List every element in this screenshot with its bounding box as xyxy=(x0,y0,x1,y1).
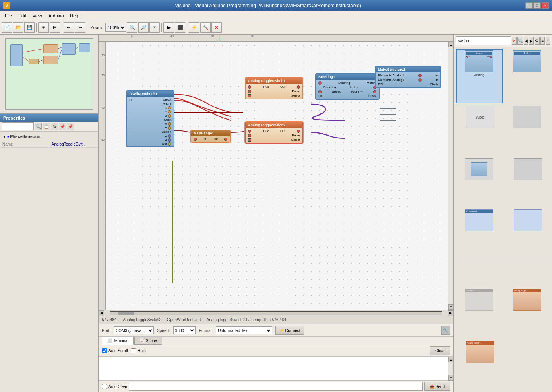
toolbar-error[interactable]: ✕ xyxy=(211,22,222,33)
hold-checkbox[interactable] xyxy=(131,348,136,353)
toolbar-upload[interactable]: ⚡ xyxy=(189,22,199,33)
toolbar-layout[interactable]: ⊟ xyxy=(50,22,60,33)
maprange1-node[interactable]: MapRange1 In Out xyxy=(190,130,231,143)
component-item-gray1[interactable]: Disabled xyxy=(456,287,503,338)
angle-y-pin[interactable] xyxy=(168,110,171,113)
component-item-analog-selected[interactable]: Analog A Out Analog xyxy=(456,49,503,103)
send-button[interactable]: 📤 Send xyxy=(424,382,450,391)
port-select[interactable]: COM3 (Unava... xyxy=(114,326,154,334)
props-icon-2[interactable]: 📋 xyxy=(43,123,50,130)
vscroll-track[interactable] xyxy=(448,47,453,304)
toolbar-new[interactable]: 📄 xyxy=(2,22,12,33)
toolbar-zoom-out[interactable]: 🔎 xyxy=(138,22,149,33)
makestructure1-in1-pin[interactable] xyxy=(418,74,422,77)
button-z-pin[interactable] xyxy=(168,138,171,142)
toggle2-select-pin-in[interactable] xyxy=(248,138,251,142)
props-icon-4[interactable]: 📌 xyxy=(59,123,66,130)
menu-file[interactable]: File xyxy=(2,12,15,19)
connect-button[interactable]: ⚡ Connect xyxy=(275,326,304,335)
horizontal-scrollbar[interactable]: ◀ ▶ xyxy=(99,310,453,316)
vertical-scrollbar[interactable]: ▲ ▼ xyxy=(448,42,453,310)
component-item-ph2[interactable] xyxy=(456,157,503,207)
properties-search[interactable] xyxy=(2,122,34,130)
toolbar-undo[interactable]: ↩ xyxy=(64,22,74,33)
toolbar-grid[interactable]: ⊞ xyxy=(38,22,49,33)
toggle1-select-pin-in[interactable] xyxy=(248,94,251,97)
toggle1-out-pin[interactable] xyxy=(297,85,300,89)
component-search-input[interactable] xyxy=(456,36,511,45)
search-clear-button[interactable]: ✕ xyxy=(512,37,517,45)
serial-vscroll-up[interactable]: ▲ xyxy=(448,357,454,362)
search-filter[interactable]: ≡ xyxy=(540,37,545,45)
angle-z-pin[interactable] xyxy=(168,114,171,118)
wii-nunchuck-node[interactable]: ⊓ WiiNunchuck1 ⊓ Clock Angle X xyxy=(126,90,174,147)
vscroll-down-button[interactable]: ▼ xyxy=(448,304,453,310)
component-item-ph1[interactable] xyxy=(504,104,551,155)
canvas[interactable]: ⊓ WiiNunchuck1 ⊓ Clock Angle X xyxy=(106,42,448,310)
analog-toggle-switch2-node[interactable]: AnalogToggleSwitch2 True Out F xyxy=(245,122,303,144)
search-nav-back[interactable]: ◀ xyxy=(524,37,529,45)
maprange1-out-pin[interactable] xyxy=(224,138,227,141)
button-c-pin[interactable] xyxy=(168,134,171,138)
zoom-select[interactable]: 100% 50% 75% 125% 150% xyxy=(105,23,126,32)
props-pin-icon[interactable]: 📌 xyxy=(67,123,74,130)
toolbar-zoom-fit[interactable]: ⊡ xyxy=(149,22,160,33)
makestructure1-node[interactable]: MakeStructure1 Elements.Analog1 In Eleme… xyxy=(375,66,441,88)
toolbar-open[interactable]: 📂 xyxy=(13,22,23,33)
toggle1-false-pin-in[interactable] xyxy=(248,90,251,93)
restore-button[interactable]: □ xyxy=(533,2,541,9)
toolbar-stop[interactable]: ⬛ xyxy=(175,22,185,33)
menu-help[interactable]: Help xyxy=(67,12,83,19)
settings-button[interactable]: 🔧 xyxy=(441,326,450,335)
toolbar-run[interactable]: ▶ xyxy=(163,22,174,33)
menu-edit[interactable]: Edit xyxy=(15,12,29,19)
close-button[interactable]: ✕ xyxy=(542,2,549,9)
props-icon-3[interactable]: ✎ xyxy=(51,123,58,130)
serial-vscroll-down[interactable]: ▼ xyxy=(448,375,454,381)
props-expand[interactable]: ▼ xyxy=(2,134,6,139)
serial-output[interactable] xyxy=(99,357,448,381)
search-button[interactable]: 🔍 xyxy=(517,37,523,45)
hold-label[interactable]: Hold xyxy=(131,348,146,353)
toolbar-zoom-in[interactable]: 🔍 xyxy=(127,22,137,33)
props-icon-1[interactable]: 🔍 xyxy=(35,123,42,130)
speed-select[interactable]: 9600 300 1200 19200 115200 xyxy=(173,326,196,334)
angle-x-pin[interactable] xyxy=(168,106,171,109)
toggle1-true-pin-in[interactable] xyxy=(248,85,251,89)
toolbar-compile[interactable]: 🔨 xyxy=(200,22,211,33)
search-info[interactable]: ℹ xyxy=(546,37,550,45)
toolbar-save[interactable]: 💾 xyxy=(24,22,35,33)
hscroll-thumb[interactable] xyxy=(118,312,134,315)
tab-terminal[interactable]: ⬜ Terminal xyxy=(102,337,134,345)
component-item-abc[interactable]: Abc xyxy=(457,104,503,155)
search-settings[interactable]: ⚙ xyxy=(535,37,540,45)
component-item-toggle-t1[interactable]: AnalogToggle... xyxy=(504,287,551,338)
toggle2-false-pin-in[interactable] xyxy=(248,134,251,137)
component-item-analog2[interactable]: Analog xyxy=(504,49,551,103)
autoclear-checkbox[interactable] xyxy=(102,384,107,389)
steering1-speed-pin-in[interactable] xyxy=(318,90,322,93)
menu-arduino[interactable]: Arduino xyxy=(45,12,67,19)
component-item-color1[interactable]: Component xyxy=(456,208,503,258)
serial-input-field[interactable] xyxy=(129,382,422,391)
serial-vscroll-track[interactable] xyxy=(448,362,453,375)
vscroll-up-button[interactable]: ▲ xyxy=(448,42,453,47)
stick-x-pin[interactable] xyxy=(168,122,171,126)
auto-scroll-label[interactable]: Auto Scroll xyxy=(102,348,128,353)
makestructure1-in2-pin[interactable] xyxy=(418,78,422,82)
menu-view[interactable]: View xyxy=(29,12,45,19)
minimize-button[interactable]: ─ xyxy=(525,2,533,9)
out-pin[interactable] xyxy=(168,142,171,146)
search-nav-forward[interactable]: ▶ xyxy=(529,37,534,45)
hscroll-left-button[interactable]: ◀ xyxy=(99,310,104,316)
toggle2-true-pin-in[interactable] xyxy=(248,130,251,133)
serial-vscrollbar[interactable]: ▲ ▼ xyxy=(448,357,453,381)
tab-scope[interactable]: 📈 Scope xyxy=(134,337,162,345)
format-select[interactable]: Unformatted Text Hex Decimal xyxy=(216,326,272,334)
toggle2-out-pin[interactable] xyxy=(297,130,300,133)
hscroll-track[interactable] xyxy=(110,311,442,315)
hscroll-right-button[interactable]: ▶ xyxy=(448,310,453,316)
minimap[interactable] xyxy=(5,38,93,110)
stick-y-pin[interactable] xyxy=(168,126,171,130)
analog-toggle-switch1-node[interactable]: AnalogToggleSwitch1 True Out F xyxy=(245,77,303,99)
